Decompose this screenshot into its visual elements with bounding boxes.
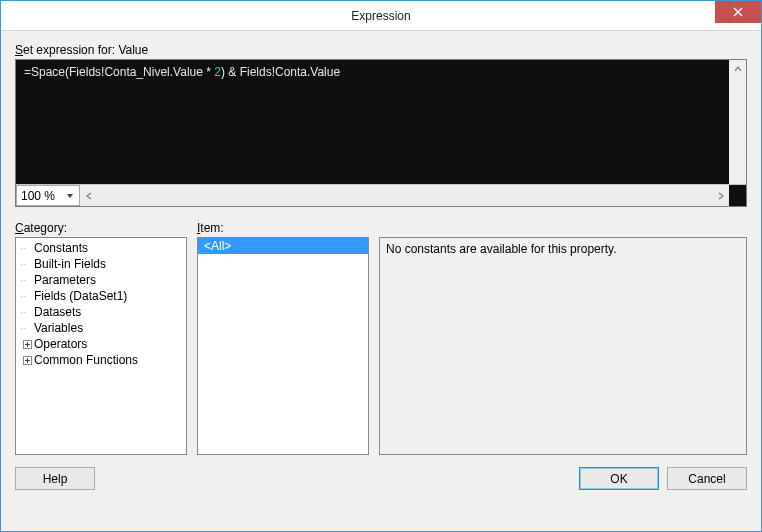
scrollbar-corner xyxy=(729,185,746,206)
scroll-right-icon[interactable] xyxy=(712,185,729,206)
item-list[interactable]: <All> xyxy=(198,238,368,254)
item-column: Item: <All> xyxy=(197,221,369,455)
editor-vertical-scrollbar[interactable] xyxy=(729,60,746,184)
description-column: No constants are available for this prop… xyxy=(379,221,747,455)
token-num-2: 2 xyxy=(214,65,221,79)
description-panel: No constants are available for this prop… xyxy=(379,237,747,455)
category-column: Category: ·· Constants·· Built-in Fields… xyxy=(15,221,187,455)
category-label-text: ategory: xyxy=(24,221,67,235)
code-area[interactable]: =Space(Fields!Conta_Nivel.Value * 2) & F… xyxy=(16,60,746,184)
tree-item-label: Constants xyxy=(34,241,88,255)
tree-dots-icon: ·· xyxy=(20,276,34,284)
expression-label-accel: S xyxy=(15,43,23,57)
close-icon xyxy=(733,7,743,17)
ok-button-label: OK xyxy=(610,472,627,486)
close-button[interactable] xyxy=(715,1,761,23)
category-panel[interactable]: ·· Constants·· Built-in Fields·· Paramet… xyxy=(15,237,187,455)
chevron-down-icon xyxy=(63,186,77,205)
cancel-button-label: Cancel xyxy=(688,472,725,486)
item-panel[interactable]: <All> xyxy=(197,237,369,455)
tree-item[interactable]: ·· Parameters xyxy=(18,272,184,288)
tree-dots-icon: ·· xyxy=(20,260,34,268)
token-segment: (Fields!Conta_Nivel.Value xyxy=(65,65,206,79)
item-label: Item: xyxy=(197,221,369,235)
description-label xyxy=(379,221,747,235)
expression-editor[interactable]: =Space(Fields!Conta_Nivel.Value * 2) & F… xyxy=(15,59,747,207)
tree-item-label: Common Functions xyxy=(34,353,138,367)
tree-item[interactable]: ·· Fields (DataSet1) xyxy=(18,288,184,304)
tree-item-label: Parameters xyxy=(34,273,96,287)
token-segment-2: Fields!Conta.Value xyxy=(236,65,340,79)
window-title: Expression xyxy=(1,9,761,23)
description-text: No constants are available for this prop… xyxy=(386,242,617,256)
tree-item[interactable]: Operators xyxy=(18,336,184,352)
tree-item[interactable]: ·· Variables xyxy=(18,320,184,336)
expand-icon[interactable] xyxy=(20,356,34,365)
expand-icon[interactable] xyxy=(20,340,34,349)
tree-item-label: Datasets xyxy=(34,305,81,319)
zoom-value: 100 % xyxy=(21,189,55,203)
tree-dots-icon: ·· xyxy=(20,308,34,316)
scroll-left-icon[interactable] xyxy=(80,185,97,206)
tree-dots-icon: ·· xyxy=(20,324,34,332)
list-item-label: <All> xyxy=(204,239,231,253)
token-fn-space: Space xyxy=(31,65,65,79)
editor-bottom-bar: 100 % xyxy=(16,184,746,206)
expression-label-text: et expression for: Value xyxy=(23,43,148,57)
button-row: Help OK Cancel xyxy=(15,467,747,490)
tree-item[interactable]: ·· Constants xyxy=(18,240,184,256)
tree-item-label: Built-in Fields xyxy=(34,257,106,271)
token-equals: = xyxy=(24,65,31,79)
zoom-dropdown[interactable]: 100 % xyxy=(16,185,80,206)
category-label-accel: C xyxy=(15,221,24,235)
titlebar[interactable]: Expression xyxy=(1,1,761,31)
tree-dots-icon: ·· xyxy=(20,292,34,300)
category-tree[interactable]: ·· Constants·· Built-in Fields·· Paramet… xyxy=(16,238,186,370)
item-label-text: tem: xyxy=(200,221,223,235)
scroll-up-icon[interactable] xyxy=(729,60,746,77)
expression-dialog: Expression Set expression for: Value =Sp… xyxy=(0,0,762,532)
help-button-label: Help xyxy=(43,472,68,486)
category-label: Category: xyxy=(15,221,187,235)
tree-dots-icon: ·· xyxy=(20,244,34,252)
tree-item-label: Variables xyxy=(34,321,83,335)
scroll-track-h[interactable] xyxy=(97,185,712,206)
cancel-button[interactable]: Cancel xyxy=(667,467,747,490)
editor-horizontal-scrollbar[interactable] xyxy=(80,185,729,206)
tree-item[interactable]: ·· Datasets xyxy=(18,304,184,320)
tree-item[interactable]: Common Functions xyxy=(18,352,184,368)
browser-section: Category: ·· Constants·· Built-in Fields… xyxy=(15,221,747,455)
expression-label: Set expression for: Value xyxy=(15,43,747,57)
help-button[interactable]: Help xyxy=(15,467,95,490)
tree-item-label: Fields (DataSet1) xyxy=(34,289,127,303)
ok-button[interactable]: OK xyxy=(579,467,659,490)
tree-item-label: Operators xyxy=(34,337,87,351)
tree-item[interactable]: ·· Built-in Fields xyxy=(18,256,184,272)
dialog-content: Set expression for: Value =Space(Fields!… xyxy=(1,31,761,531)
list-item[interactable]: <All> xyxy=(198,238,368,254)
